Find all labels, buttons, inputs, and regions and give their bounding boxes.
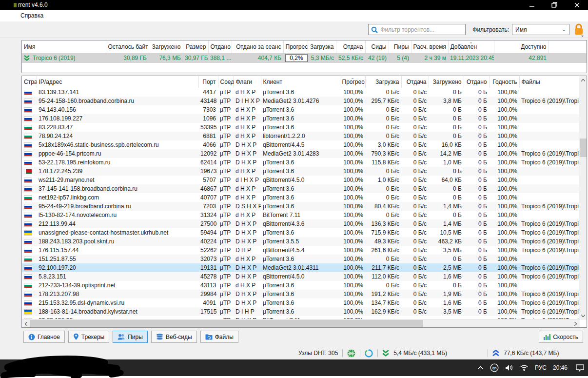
close-button[interactable] xyxy=(566,0,588,10)
column-header-eta[interactable]: Расч. время xyxy=(411,40,448,53)
peer-row[interactable]: 37-145-141-158.broadband.corbina.ru46867… xyxy=(22,184,580,193)
tab-peers-label: Пиры xyxy=(128,334,143,340)
column-header-name[interactable]: Имя xyxy=(22,40,106,53)
peer-cell-country xyxy=(22,158,37,167)
menu-help[interactable]: Справка xyxy=(17,12,47,19)
column-header-remaining[interactable]: Осталось байт xyxy=(106,40,149,53)
restore-button[interactable] xyxy=(543,0,566,10)
column-header-progress[interactable]: Прогресс xyxy=(283,40,308,53)
peer-row[interactable]: 83.139.137.1414417µTPd H X PµTorrent 3.6… xyxy=(22,88,580,97)
lock-button[interactable] xyxy=(573,23,585,37)
column-header-progress[interactable]: Прогресс⌄ xyxy=(340,76,365,88)
scroll-down-icon[interactable] xyxy=(579,312,587,320)
search-input[interactable] xyxy=(380,26,461,33)
peer-row[interactable]: 215.153.32.95.dsl-dynamic.vsi.ru4091µTPD… xyxy=(22,298,580,307)
column-header-flags[interactable]: Флаги xyxy=(234,76,261,88)
peer-row[interactable]: ws211-29.maryno.net5707µTPd I H X PqBitt… xyxy=(22,176,580,184)
tab-trackers[interactable]: Трекеры xyxy=(68,331,109,343)
tab-webseeds[interactable]: Веб-сиды xyxy=(151,331,197,343)
tab-peers[interactable]: Пиры xyxy=(113,331,148,343)
peer-cell-uploaded: 0 Б xyxy=(464,211,489,219)
peer-cell-country xyxy=(22,105,37,114)
torrent-filter-searchbox[interactable] xyxy=(368,24,466,35)
torrent-row[interactable]: Tropico 6 (2019)30,89 ГБ76,3 МБ30,97 ГБ3… xyxy=(22,53,587,63)
horizontal-scroll-thumb[interactable] xyxy=(30,320,423,327)
peer-row[interactable]: 176.108.199.2271096µTPd H X PµTorrent 3.… xyxy=(22,114,580,123)
peer-row[interactable]: 178.213.207.9829984µTPD H X PµTorrent 3.… xyxy=(22,290,580,298)
column-header-country[interactable]: Стран xyxy=(22,76,37,88)
peer-row[interactable]: unassigned-please-contact-hostmaster.ukr… xyxy=(22,228,580,237)
peers-table-header: СтранIP/адресПортСоедФлагиКлиентПрогресс… xyxy=(22,76,580,88)
peers-tbody: 83.139.137.1414417µTPd H X PµTorrent 3.6… xyxy=(22,88,580,320)
column-header-down_speed[interactable]: Загрузка xyxy=(365,76,401,88)
column-header-filler[interactable] xyxy=(549,40,587,53)
peer-row[interactable]: 5.8.23.15145278µTPD H X PqBittorrent/4.5… xyxy=(22,272,580,281)
column-header-size[interactable]: Размер xyxy=(183,40,208,53)
column-header-peers[interactable]: Пиры xyxy=(389,40,411,53)
peer-row[interactable]: 176.115.157.4452262µTPD H PqBittorrent/4… xyxy=(22,246,580,255)
peer-row[interactable]: l5-130-82-174.novotelecom.ru31324µTPd H … xyxy=(22,211,580,219)
peer-row[interactable]: 188-163-81-14.broadband.kyivstar.net1751… xyxy=(22,307,580,316)
peer-row[interactable]: 95-24-49-219.broadband.corbina.ru7203µTP… xyxy=(22,202,580,211)
peer-row[interactable]: 83.228.83.4753395µTPd H X PµTorrent 3.61… xyxy=(22,123,580,132)
peer-cell-downloaded: 14,2 МБ xyxy=(429,149,464,158)
peer-row[interactable]: 212.113.99.4427500µTPD H X PqBittorrent/… xyxy=(22,219,580,228)
peer-row[interactable]: 78.90.24.1246881µTPd H X Plibtorrent/1.2… xyxy=(22,132,580,140)
tab-general[interactable]: Главное xyxy=(23,331,65,343)
column-header-client[interactable]: Клиент xyxy=(261,76,340,88)
scroll-left-icon[interactable] xyxy=(22,319,30,328)
peer-row[interactable]: 94.143.40.1567303µTPd H X PµTorrent 3.61… xyxy=(22,105,580,114)
peer-row[interactable]: 53-22.178.195.reinfokom.ru62414µTPD H X … xyxy=(22,158,580,167)
peer-cell-downloaded: 10,5 МБ xyxy=(429,228,464,237)
peer-cell-conn: µTP xyxy=(218,149,234,158)
peer-row[interactable]: 212-233-134-39.optisprint.net43113µTPd H… xyxy=(22,281,580,290)
filter-by-select[interactable]: Имя ⌄ xyxy=(512,24,569,35)
column-header-down_speed[interactable]: Загрузка xyxy=(308,40,336,53)
peer-row[interactable]: 92.100.197.2019131µTPD H X PMediaGet2 3.… xyxy=(22,263,580,272)
peer-cell-country xyxy=(22,202,37,211)
peer-row[interactable]: net192-ip57.linkbg.com40707µTPd H X PµTo… xyxy=(22,193,580,202)
column-header-port[interactable]: Порт xyxy=(198,76,218,88)
scroll-right-icon[interactable] xyxy=(571,319,580,328)
qbittorrent-tray-icon[interactable]: qb xyxy=(490,363,499,372)
volume-icon[interactable] xyxy=(505,364,513,371)
scroll-up-icon[interactable] xyxy=(579,76,587,84)
column-header-up_speed[interactable]: Отдача xyxy=(401,76,429,88)
peer-cell-uploaded: 0 Б xyxy=(464,97,489,105)
vertical-scrollbar[interactable] xyxy=(579,76,587,320)
network-globe-icon[interactable] xyxy=(347,349,355,358)
peer-cell-progress: 100,0% xyxy=(340,298,365,307)
wifi-icon[interactable] xyxy=(520,364,529,371)
action-center-icon[interactable] xyxy=(576,364,584,372)
column-header-availability[interactable]: Годность xyxy=(489,76,519,88)
column-header-up_speed[interactable]: Отдача xyxy=(336,40,365,53)
tray-expand-icon[interactable] xyxy=(477,366,484,370)
column-header-uploaded[interactable]: Отдано xyxy=(208,40,232,53)
speed-button[interactable]: Скорость xyxy=(539,331,583,343)
column-header-available[interactable]: Доступно xyxy=(494,40,549,53)
column-header-downloaded[interactable]: Загружено xyxy=(429,76,464,88)
column-header-added[interactable]: Добавлен⌄ xyxy=(448,40,494,53)
column-header-uploaded[interactable]: Отдано xyxy=(464,76,489,88)
tab-files[interactable]: Файлы xyxy=(200,331,238,343)
peer-row[interactable]: pppoe-46-154.prtcom.ru12092µTPD H X PMed… xyxy=(22,149,580,158)
peer-row[interactable]: 5x18x189x46.static-business.spb.erteleco… xyxy=(22,140,580,149)
peer-row[interactable]: 178.172.245.23919673µTPd H X PµTorrent 3… xyxy=(22,167,580,176)
peer-row[interactable]: 188.243.183.203.pool.sknt.ru40224µTPD H … xyxy=(22,237,580,246)
column-header-ip[interactable]: IP/адрес xyxy=(37,76,198,88)
horizontal-scrollbar[interactable] xyxy=(22,319,580,327)
column-header-files[interactable]: Файлы xyxy=(519,76,580,88)
peer-row[interactable]: 151.251.87.5532073µTPd H X PµTorrent 3.6… xyxy=(22,255,580,263)
minimize-button[interactable] xyxy=(521,0,543,10)
column-header-downloaded[interactable]: Загружено xyxy=(149,40,183,53)
bandwidth-icon[interactable] xyxy=(365,349,373,358)
clock[interactable]: 20:46 xyxy=(553,364,568,371)
peer-row[interactable]: 95-24-158-160.broadband.corbina.ru43148µ… xyxy=(22,97,580,105)
peer-cell-down_speed: 0 Б/с xyxy=(365,281,401,290)
column-header-uploaded_session[interactable]: Отдано за сеанс xyxy=(232,40,283,53)
column-header-conn[interactable]: Соед xyxy=(218,76,234,88)
column-header-seeds[interactable]: Сиды xyxy=(365,40,389,53)
vertical-scroll-thumb[interactable] xyxy=(580,139,587,157)
language-indicator[interactable]: РУС xyxy=(535,364,547,371)
peer-cell-downloaded: 1,0 МБ xyxy=(429,158,464,167)
